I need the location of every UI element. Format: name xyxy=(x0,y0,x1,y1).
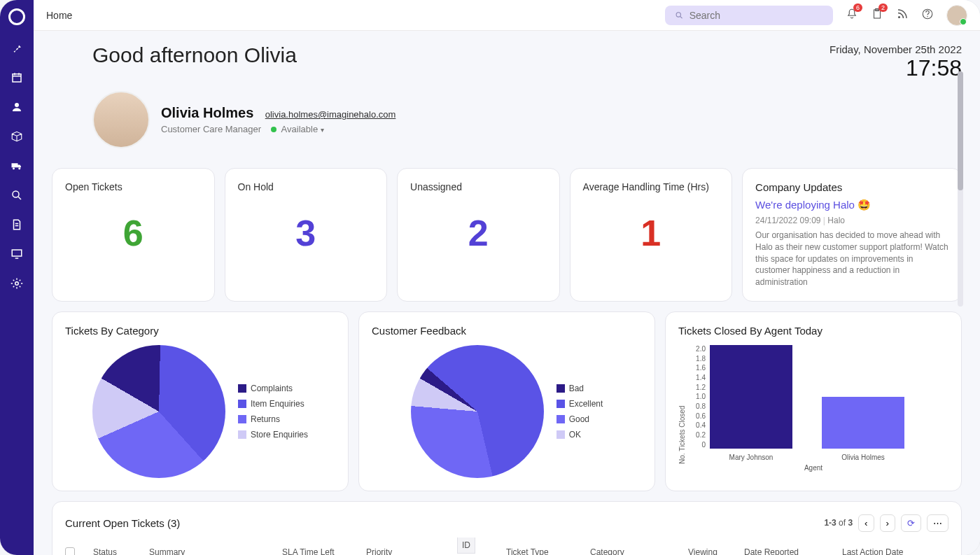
col-viewing[interactable]: Viewing xyxy=(688,547,744,555)
svg-rect-3 xyxy=(12,250,22,256)
prev-page-button[interactable]: ‹ xyxy=(858,514,874,532)
updates-title: Company Updates xyxy=(755,181,948,193)
notifications-button[interactable]: 6 xyxy=(846,8,858,23)
legend-item: Returns xyxy=(238,414,308,424)
notifications-badge: 6 xyxy=(853,3,862,12)
y-axis-label: No. Tickets Closed xyxy=(678,345,686,464)
help-button[interactable] xyxy=(921,8,934,23)
stat-open-tickets[interactable]: Open Tickets 6 xyxy=(52,168,215,302)
document-icon[interactable] xyxy=(10,218,23,231)
rss-icon xyxy=(896,8,909,20)
legend-item: OK xyxy=(556,430,603,440)
svg-point-8 xyxy=(898,16,900,18)
stat-value: 2 xyxy=(410,212,547,254)
profile-section: Olivia Holmes olivia.holmes@imaginehalo.… xyxy=(92,91,962,148)
clipboard-badge: 2 xyxy=(878,3,888,12)
chart-title: Tickets By Category xyxy=(65,325,335,337)
pager-total: 3 xyxy=(848,518,853,528)
bar-0: Mary Johnson xyxy=(710,345,792,449)
pin-icon[interactable] xyxy=(10,42,23,55)
svg-point-2 xyxy=(13,191,19,197)
col-summary[interactable]: Summary xyxy=(149,547,282,555)
scrollbar-thumb[interactable] xyxy=(958,71,963,190)
col-status[interactable]: Status xyxy=(93,547,149,555)
user-avatar[interactable] xyxy=(946,5,967,26)
x-axis-label: Agent xyxy=(678,464,948,472)
updates-meta: 24/11/2022 09:09Halo xyxy=(755,216,948,225)
col-last[interactable]: Last Action Date xyxy=(842,547,940,555)
col-sla[interactable]: SLA Time Left xyxy=(282,547,366,555)
chart-tickets-closed: Tickets Closed By Agent Today No. Ticket… xyxy=(665,311,962,491)
select-all-checkbox[interactable] xyxy=(65,547,75,555)
y-axis-ticks: 2.01.81.61.41.21.00.80.60.40.20 xyxy=(689,345,706,464)
stat-label: Average Handling Time (Hrs) xyxy=(583,181,720,192)
profile-role: Customer Care Manager xyxy=(161,124,261,134)
clipboard-button[interactable]: 2 xyxy=(871,8,883,23)
status-dot-icon xyxy=(271,127,276,132)
bar-1: Olivia Holmes xyxy=(822,397,904,449)
pie-chart xyxy=(92,345,225,478)
profile-status[interactable]: Available xyxy=(281,124,318,134)
refresh-button[interactable]: ⟳ xyxy=(901,514,921,532)
col-id[interactable]: ID xyxy=(457,538,475,554)
chart-customer-feedback: Customer Feedback BadExcellentGoodOK xyxy=(358,311,655,491)
stat-value: 3 xyxy=(238,212,374,254)
datetime: Friday, November 25th 2022 17:58 xyxy=(830,43,962,81)
profile-email[interactable]: olivia.holmes@imaginehalo.com xyxy=(265,109,396,120)
chevron-down-icon[interactable]: ▾ xyxy=(321,126,324,134)
updates-headline[interactable]: We're deploying Halo 🤩 xyxy=(755,199,948,211)
svg-point-0 xyxy=(13,167,15,169)
truck-icon[interactable] xyxy=(10,160,23,172)
stat-on-hold[interactable]: On Hold 3 xyxy=(225,168,388,302)
legend-item: Bad xyxy=(556,384,603,393)
chart-title: Tickets Closed By Agent Today xyxy=(678,325,948,337)
settings-icon[interactable] xyxy=(10,277,23,290)
tickets-title: Current Open Tickets (3) xyxy=(65,517,180,529)
stat-value: 1 xyxy=(583,212,720,254)
stat-label: Unassigned xyxy=(410,181,547,192)
monitor-icon[interactable] xyxy=(10,248,23,260)
col-type[interactable]: Ticket Type xyxy=(506,547,590,555)
stat-value: 6 xyxy=(65,212,202,254)
breadcrumb[interactable]: Home xyxy=(46,10,72,21)
scrollbar-track[interactable] xyxy=(958,71,963,307)
chart-legend: ComplaintsItem EnquiriesReturnsStore Enq… xyxy=(238,384,308,440)
profile-name: Olivia Holmes xyxy=(161,105,253,121)
updates-body: Our organisation has decided to move ahe… xyxy=(755,230,948,288)
sidebar xyxy=(0,0,34,555)
box-icon[interactable] xyxy=(10,130,23,143)
col-category[interactable]: Category xyxy=(590,547,688,555)
legend-item: Item Enquiries xyxy=(238,399,308,409)
help-icon xyxy=(921,8,934,20)
pager-range: 1-3 xyxy=(824,518,836,528)
stat-unassigned[interactable]: Unassigned 2 xyxy=(397,168,560,302)
feed-button[interactable] xyxy=(896,8,909,23)
stat-label: On Hold xyxy=(238,181,374,192)
search-icon xyxy=(675,10,684,20)
stat-label: Open Tickets xyxy=(65,181,202,192)
calendar-icon[interactable] xyxy=(10,71,23,84)
stat-avg-handling[interactable]: Average Handling Time (Hrs) 1 xyxy=(570,168,733,302)
company-updates-card: Company Updates We're deploying Halo 🤩 2… xyxy=(742,168,962,302)
chart-tickets-by-category: Tickets By Category ComplaintsItem Enqui… xyxy=(52,311,349,491)
svg-point-5 xyxy=(676,12,680,16)
next-page-button[interactable]: › xyxy=(880,514,895,532)
user-icon[interactable] xyxy=(10,101,23,113)
chart-title: Customer Feedback xyxy=(372,325,642,337)
search-box[interactable] xyxy=(665,6,833,25)
more-button[interactable]: ⋯ xyxy=(927,514,948,532)
search-icon[interactable] xyxy=(10,189,23,202)
col-reported[interactable]: Date Reported xyxy=(744,547,842,555)
svg-point-1 xyxy=(18,167,20,169)
profile-avatar xyxy=(92,91,150,148)
topbar: Home 6 2 xyxy=(34,0,980,31)
col-priority[interactable]: Priority xyxy=(366,547,457,555)
current-open-tickets-card: Current Open Tickets (3) 1-3 of 3 ‹ › ⟳ … xyxy=(52,501,962,555)
app-logo[interactable] xyxy=(8,8,25,25)
search-input[interactable] xyxy=(690,10,823,21)
bars-area: Mary JohnsonOlivia Holmes xyxy=(710,345,904,464)
legend-item: Store Enquiries xyxy=(238,430,308,440)
date-label: Friday, November 25th 2022 xyxy=(830,43,962,55)
legend-item: Complaints xyxy=(238,384,308,393)
legend-item: Good xyxy=(556,414,603,424)
